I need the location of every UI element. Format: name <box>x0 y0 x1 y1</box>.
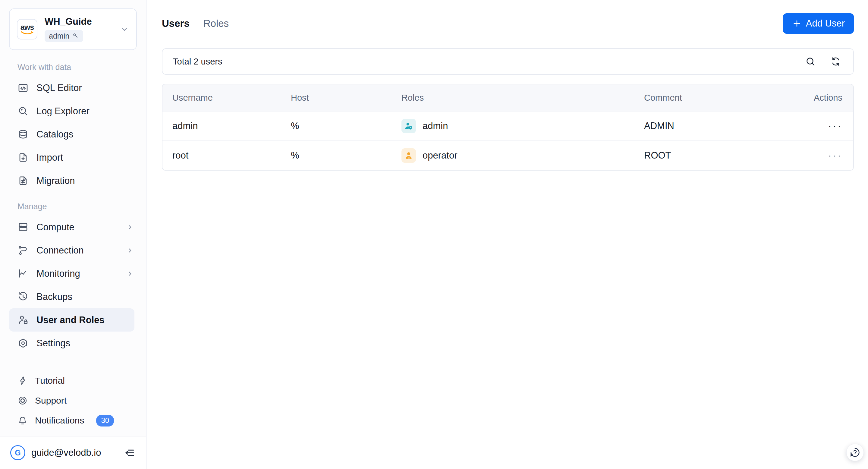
comment-cell: ROOT <box>644 150 791 161</box>
compute-icon <box>18 222 29 233</box>
column-header-username: Username <box>173 93 291 103</box>
sidebar-item-support[interactable]: Support <box>0 390 146 410</box>
notifications-count-badge: 30 <box>96 415 114 427</box>
roles-cell: operator <box>401 148 644 163</box>
collapse-sidebar-button[interactable] <box>123 446 135 459</box>
table-row: root % operator ROOT ··· <box>162 140 853 170</box>
sidebar-item-user-and-roles[interactable]: User and Roles <box>9 308 134 332</box>
username-cell: admin <box>173 121 291 131</box>
user-roles-icon <box>18 314 29 325</box>
workspace-name: WH_Guide <box>44 17 92 27</box>
backups-icon <box>18 291 29 302</box>
refresh-button[interactable] <box>830 56 841 67</box>
workspace-role-label: admin <box>49 32 69 40</box>
column-header-actions: Actions <box>791 93 842 103</box>
sidebar-footer: G guide@velodb.io <box>0 436 146 469</box>
collapse-sidebar-icon <box>123 446 135 459</box>
tab-roles[interactable]: Roles <box>204 18 229 29</box>
app-root: aws WH_Guide admin <box>0 0 868 469</box>
sidebar-item-label: Migration <box>36 176 75 186</box>
chevron-down-icon <box>120 25 129 34</box>
row-actions-button[interactable]: ··· <box>791 121 842 131</box>
total-users-text: Total 2 users <box>173 57 222 67</box>
sidebar-item-import[interactable]: Import <box>0 146 146 169</box>
migration-icon <box>18 175 29 186</box>
tutorial-icon <box>18 376 28 386</box>
sidebar-item-tutorial[interactable]: Tutorial <box>0 371 146 390</box>
role-admin-icon <box>401 119 416 133</box>
main-content: Users Roles Add User Total 2 users <box>147 0 868 469</box>
log-explorer-icon <box>18 105 29 117</box>
help-button[interactable] <box>846 444 864 461</box>
sidebar-item-label: Log Explorer <box>36 106 90 117</box>
toolbar-icons <box>805 56 841 67</box>
role-name: operator <box>423 150 457 161</box>
search-button[interactable] <box>805 56 816 67</box>
sidebar-item-label: Connection <box>36 245 84 256</box>
sidebar-item-label: User and Roles <box>36 315 104 325</box>
support-icon <box>18 396 28 406</box>
sidebar-item-label: Compute <box>36 222 74 233</box>
roles-cell: admin <box>401 119 644 133</box>
sidebar-item-label: Import <box>36 152 63 163</box>
column-header-roles: Roles <box>401 93 644 103</box>
aws-logo: aws <box>17 19 37 39</box>
sidebar-item-catalogs[interactable]: Catalogs <box>0 123 146 146</box>
section-label-manage: Manage <box>18 202 146 211</box>
host-cell: % <box>291 121 401 131</box>
workspace-role-badge: admin <box>44 30 83 42</box>
sidebar-item-monitoring[interactable]: Monitoring <box>0 262 146 285</box>
aws-smile-icon <box>21 31 34 35</box>
catalogs-icon <box>18 129 29 140</box>
host-cell: % <box>291 150 401 161</box>
sidebar-item-label: Catalogs <box>36 129 73 140</box>
comment-cell: ADMIN <box>644 121 791 131</box>
column-header-host: Host <box>291 93 401 103</box>
plus-icon <box>792 19 802 28</box>
search-icon <box>805 56 816 67</box>
monitoring-icon <box>18 268 29 279</box>
import-icon <box>18 152 29 163</box>
main-header: Users Roles Add User <box>162 13 854 34</box>
sidebar-item-label: Notifications <box>35 415 84 426</box>
account-email: guide@velodb.io <box>31 447 101 458</box>
sidebar-item-connection[interactable]: Connection <box>0 239 146 262</box>
key-icon <box>72 33 79 39</box>
sidebar-item-settings[interactable]: Settings <box>0 332 146 355</box>
username-cell: root <box>173 150 291 161</box>
sidebar-item-label: SQL Editor <box>36 83 82 93</box>
sidebar-item-notifications[interactable]: Notifications 30 <box>0 410 146 430</box>
sidebar-item-log-explorer[interactable]: Log Explorer <box>0 99 146 123</box>
sidebar-item-label: Settings <box>36 338 70 349</box>
users-table: Username Host Roles Comment Actions admi… <box>162 84 854 170</box>
sidebar-item-migration[interactable]: Migration <box>0 169 146 192</box>
role-name: admin <box>423 121 448 131</box>
refresh-icon <box>830 56 841 67</box>
section-label-work-with-data: Work with data <box>18 63 146 72</box>
tab-users[interactable]: Users <box>162 18 190 29</box>
sidebar-utility-group: Tutorial Support <box>0 371 146 436</box>
row-actions-button[interactable]: ··· <box>791 150 842 161</box>
sidebar-item-label: Support <box>35 396 67 406</box>
chevron-right-icon <box>126 270 134 278</box>
sidebar-item-label: Monitoring <box>36 268 80 279</box>
sidebar: aws WH_Guide admin <box>0 0 147 469</box>
chevron-right-icon <box>126 247 134 254</box>
bell-icon <box>18 415 28 426</box>
sidebar-item-backups[interactable]: Backups <box>0 285 146 308</box>
sidebar-item-sql-editor[interactable]: SQL Editor <box>0 76 146 99</box>
sidebar-item-label: Tutorial <box>35 376 65 386</box>
workspace-selector[interactable]: aws WH_Guide admin <box>9 8 137 50</box>
role-operator-icon <box>401 148 416 163</box>
sidebar-nav: Work with data SQL Editor <box>0 50 146 436</box>
avatar: G <box>10 445 25 460</box>
sql-editor-icon <box>18 82 29 93</box>
chevron-right-icon <box>126 223 134 231</box>
sidebar-item-compute[interactable]: Compute <box>0 216 146 239</box>
aws-logo-text: aws <box>21 24 34 31</box>
table-header-row: Username Host Roles Comment Actions <box>162 84 853 111</box>
add-user-button[interactable]: Add User <box>783 13 854 34</box>
help-icon <box>849 447 861 458</box>
users-toolbar: Total 2 users <box>162 48 854 75</box>
settings-icon <box>18 338 29 349</box>
